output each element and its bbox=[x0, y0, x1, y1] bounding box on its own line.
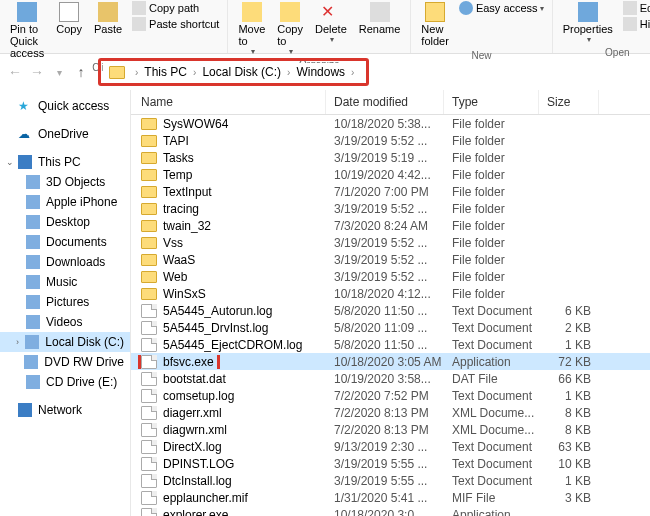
column-date[interactable]: Date modified bbox=[326, 90, 444, 114]
sidebar-item-label: Local Disk (C:) bbox=[45, 335, 124, 349]
sidebar-item[interactable]: Music bbox=[0, 272, 130, 292]
file-row[interactable]: TAPI3/19/2019 5:52 ...File folder bbox=[131, 132, 650, 149]
file-row[interactable]: TextInput7/1/2020 7:00 PMFile folder bbox=[131, 183, 650, 200]
recent-locations-button[interactable]: ▾ bbox=[48, 61, 70, 83]
sidebar-item[interactable]: Apple iPhone bbox=[0, 192, 130, 212]
move-to-button[interactable]: Move to▾ bbox=[232, 0, 271, 58]
sidebar-this-pc[interactable]: ⌄This PC bbox=[0, 152, 130, 172]
file-row[interactable]: explorer.exe10/18/2020 3:0...Application bbox=[131, 506, 650, 516]
sidebar-item[interactable]: Downloads bbox=[0, 252, 130, 272]
forward-button[interactable]: → bbox=[26, 61, 48, 83]
file-row[interactable]: 5A5445_Autorun.log5/8/2020 11:50 ...Text… bbox=[131, 302, 650, 319]
phone-icon bbox=[26, 195, 40, 209]
column-size[interactable]: Size bbox=[539, 90, 599, 114]
delete-button[interactable]: ✕Delete▾ bbox=[309, 0, 353, 46]
breadcrumb-windows[interactable]: Windows bbox=[294, 65, 347, 79]
file-type: File folder bbox=[444, 253, 539, 267]
file-row[interactable]: comsetup.log7/2/2020 7:52 PMText Documen… bbox=[131, 387, 650, 404]
edit-button[interactable]: Edit bbox=[619, 0, 650, 16]
easy-access-button[interactable]: Easy access▾ bbox=[455, 0, 548, 16]
chevron-right-icon[interactable]: › bbox=[283, 67, 294, 78]
file-row[interactable]: Web3/19/2019 5:52 ...File folder bbox=[131, 268, 650, 285]
copy-to-button[interactable]: Copy to▾ bbox=[271, 0, 309, 58]
file-row[interactable]: DtcInstall.log3/19/2019 5:55 ...Text Doc… bbox=[131, 472, 650, 489]
up-button[interactable]: ↑ bbox=[70, 61, 92, 83]
chevron-right-icon[interactable]: › bbox=[347, 67, 358, 78]
star-icon: ★ bbox=[18, 99, 32, 113]
file-name: Vss bbox=[163, 236, 183, 250]
properties-button[interactable]: Properties▾ bbox=[557, 0, 619, 46]
file-type: DAT File bbox=[444, 372, 539, 386]
cloud-icon: ☁ bbox=[18, 127, 32, 141]
sidebar-item[interactable]: Videos bbox=[0, 312, 130, 332]
file-row[interactable]: epplauncher.mif1/31/2020 5:41 ...MIF Fil… bbox=[131, 489, 650, 506]
file-row[interactable]: 5A5445_DrvInst.log5/8/2020 11:09 ...Text… bbox=[131, 319, 650, 336]
sidebar-item[interactable]: CD Drive (E:) bbox=[0, 372, 130, 392]
file-type: File folder bbox=[444, 270, 539, 284]
sidebar-onedrive[interactable]: ☁OneDrive bbox=[0, 124, 130, 144]
breadcrumb-this-pc[interactable]: This PC bbox=[142, 65, 189, 79]
file-row[interactable]: WaaS3/19/2019 5:52 ...File folder bbox=[131, 251, 650, 268]
file-row[interactable]: WinSxS10/18/2020 4:12...File folder bbox=[131, 285, 650, 302]
file-type: Text Document bbox=[444, 440, 539, 454]
collapse-icon[interactable]: ⌄ bbox=[6, 157, 16, 167]
file-row[interactable]: Vss3/19/2019 5:52 ...File folder bbox=[131, 234, 650, 251]
paste-button[interactable]: Paste bbox=[88, 0, 128, 37]
file-date: 7/2/2020 8:13 PM bbox=[326, 423, 444, 437]
file-list: Name Date modified Type Size SysWOW6410/… bbox=[130, 90, 650, 516]
paste-shortcut-button[interactable]: Paste shortcut bbox=[128, 16, 223, 32]
file-row[interactable]: 5A5445_EjectCDROM.log5/8/2020 11:50 ...T… bbox=[131, 336, 650, 353]
file-name-cell: explorer.exe bbox=[131, 508, 326, 517]
rename-button[interactable]: Rename bbox=[353, 0, 407, 37]
file-date: 10/19/2020 3:58... bbox=[326, 372, 444, 386]
file-row[interactable]: twain_327/3/2020 8:24 AMFile folder bbox=[131, 217, 650, 234]
column-headers: Name Date modified Type Size bbox=[131, 90, 650, 115]
file-row[interactable]: bfsvc.exe10/18/2020 3:05 AMApplication72… bbox=[131, 353, 650, 370]
delete-icon: ✕ bbox=[321, 2, 341, 22]
back-button[interactable]: ← bbox=[4, 61, 26, 83]
file-name-cell: comsetup.log bbox=[131, 389, 326, 403]
folder-icon bbox=[141, 203, 157, 215]
file-row[interactable]: SysWOW6410/18/2020 5:38...File folder bbox=[131, 115, 650, 132]
sidebar-item[interactable]: DVD RW Drive bbox=[0, 352, 130, 372]
sidebar-item[interactable]: ›Local Disk (C:) bbox=[0, 332, 130, 352]
folder-icon bbox=[141, 271, 157, 283]
file-row[interactable]: DirectX.log9/13/2019 2:30 ...Text Docume… bbox=[131, 438, 650, 455]
file-icon bbox=[141, 491, 157, 505]
file-row[interactable]: diagerr.xml7/2/2020 8:13 PMXML Docume...… bbox=[131, 404, 650, 421]
file-icon bbox=[141, 406, 157, 420]
file-row[interactable]: DPINST.LOG3/19/2019 5:55 ...Text Documen… bbox=[131, 455, 650, 472]
document-icon bbox=[26, 235, 40, 249]
file-row[interactable]: diagwrn.xml7/2/2020 8:13 PMXML Docume...… bbox=[131, 421, 650, 438]
history-button[interactable]: History bbox=[619, 16, 650, 32]
chevron-right-icon[interactable]: › bbox=[189, 67, 200, 78]
file-row[interactable]: tracing3/19/2019 5:52 ...File folder bbox=[131, 200, 650, 217]
file-name-cell: 5A5445_DrvInst.log bbox=[131, 321, 326, 335]
chevron-right-icon[interactable]: › bbox=[131, 67, 142, 78]
column-type[interactable]: Type bbox=[444, 90, 539, 114]
new-folder-button[interactable]: New folder bbox=[415, 0, 455, 49]
breadcrumb-local-disk[interactable]: Local Disk (C:) bbox=[200, 65, 283, 79]
address-bar[interactable]: › This PC › Local Disk (C:) › Windows › bbox=[103, 63, 364, 81]
column-name[interactable]: Name bbox=[131, 90, 326, 114]
file-name: comsetup.log bbox=[163, 389, 234, 403]
pin-quick-access-button[interactable]: Pin to Quick access bbox=[4, 0, 50, 61]
sidebar-item[interactable]: Pictures bbox=[0, 292, 130, 312]
sidebar-item[interactable]: 3D Objects bbox=[0, 172, 130, 192]
expand-icon[interactable]: › bbox=[16, 337, 25, 347]
sidebar-item[interactable]: Documents bbox=[0, 232, 130, 252]
file-row[interactable]: Temp10/19/2020 4:42...File folder bbox=[131, 166, 650, 183]
file-date: 10/19/2020 4:42... bbox=[326, 168, 444, 182]
nav-bar: ← → ▾ ↑ › This PC › Local Disk (C:) › Wi… bbox=[0, 54, 650, 90]
sidebar-quick-access[interactable]: ★Quick access bbox=[0, 96, 130, 116]
copy-path-button[interactable]: Copy path bbox=[128, 0, 223, 16]
file-row[interactable]: bootstat.dat10/19/2020 3:58...DAT File66… bbox=[131, 370, 650, 387]
copy-button[interactable]: Copy bbox=[50, 0, 88, 37]
sidebar-network[interactable]: Network bbox=[0, 400, 130, 420]
file-row[interactable]: Tasks3/19/2019 5:19 ...File folder bbox=[131, 149, 650, 166]
sidebar-item[interactable]: Desktop bbox=[0, 212, 130, 232]
file-date: 7/2/2020 8:13 PM bbox=[326, 406, 444, 420]
picture-icon bbox=[26, 295, 40, 309]
file-name-cell: Temp bbox=[131, 168, 326, 182]
file-name-cell: diagerr.xml bbox=[131, 406, 326, 420]
